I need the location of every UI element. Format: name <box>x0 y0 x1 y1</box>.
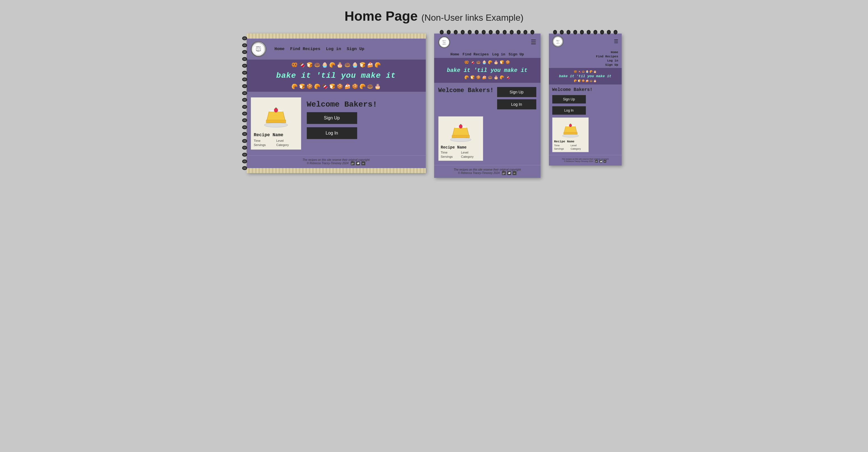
mobile-linkedin-icon: in <box>603 160 606 163</box>
tablet-hero: 🥨🍫🍩🧁🥐🎂🍞🍪 bake it 'til you make it 🥐🍞🍪🍰🍩🎂… <box>434 58 540 83</box>
nav-link-find[interactable]: Find Recipes <box>290 47 320 52</box>
mobile-chat-icon: 💬 <box>599 160 602 163</box>
mobile-footer-line1: The recipes on this site reserve their o… <box>553 158 618 160</box>
svg-text:bake it: bake it <box>556 40 560 41</box>
tablet-footer-icons: gh 💬 in <box>502 171 517 175</box>
svg-point-25 <box>569 124 572 127</box>
mobile-signup-button[interactable]: Sign Up <box>552 95 586 103</box>
tablet-signup-button[interactable]: Sign Up <box>497 87 536 97</box>
mobile-login-button[interactable]: Log In <box>552 106 586 115</box>
meta-level: Level <box>276 139 298 142</box>
desktop-site: bake it 'til you make it Home Find Recip… <box>247 39 426 168</box>
tablet-hero-goods-top: 🥨🍫🍩🧁🥐🎂🍞🍪 <box>434 60 540 64</box>
hamburger-icon[interactable]: ☰ <box>531 39 536 46</box>
tablet-hero-title: bake it 'til you make it <box>434 65 540 75</box>
mobile-hero-goods-bottom: 🥐🍞🍪🍰🍩🎂 <box>549 79 622 82</box>
tablet-device: bake it 'til you make it ☰ Home Find Rec… <box>434 34 540 178</box>
mobile-meta-time: Time <box>554 144 570 147</box>
tablet-card-meta: Time Level Servings Category <box>441 151 480 158</box>
mobile-device: bake it 'til you make it ☰ Home Find Rec… <box>549 34 622 166</box>
tablet-nav-home[interactable]: Home <box>451 52 459 57</box>
hero-goods-top: 🥨🍫🍞🍩🧁🥐🎂🍩🧁🍞🍰🥐 <box>247 62 426 68</box>
tablet-meta-servings: Servings <box>441 155 461 158</box>
mobile-footer-icons: gh 💬 in <box>595 160 606 163</box>
meta-servings: Servings <box>254 143 276 147</box>
svg-point-22 <box>562 134 579 137</box>
mobile-link-find[interactable]: Find Recipes <box>596 55 618 58</box>
mobile-nav: bake it 'til you make it ☰ <box>549 34 622 49</box>
tablet-nav-login[interactable]: Log in <box>492 52 505 57</box>
mobile-hero-title: bake it 'til you make it <box>549 73 622 79</box>
tablet-recipe-card: Recipe Name Time Level Servings Category <box>438 116 483 161</box>
svg-text:make it: make it <box>556 43 559 44</box>
tablet-content: bake it 'til you make it ☰ Home Find Rec… <box>434 34 540 178</box>
desktop-main: Recipe Name Time Level Servings Category… <box>247 92 426 155</box>
mobile-main: Welcome Bakers! Sign Up Log In <box>549 85 622 155</box>
svg-text:make it: make it <box>442 44 446 45</box>
nav-link-home[interactable]: Home <box>275 47 285 52</box>
signup-button[interactable]: Sign Up <box>307 112 357 124</box>
desktop-footer: The recipes on this site reserve their o… <box>247 155 426 168</box>
tablet-footer-line1: The recipes on this site reserve their o… <box>438 168 536 171</box>
tablet-main: Welcome Bakers! Sign Up Log In <box>434 83 540 165</box>
footer-copyright-line1: The recipes on this site reserve their o… <box>251 158 422 161</box>
mobile-welcome-text: Welcome Bakers! <box>552 87 618 92</box>
tablet-meta-level: Level <box>461 151 480 154</box>
svg-text:'til you: 'til you <box>257 48 260 50</box>
svg-text:'til you: 'til you <box>443 42 445 43</box>
footer-icons: gh 💬 in <box>351 161 365 165</box>
tablet-nav: bake it 'til you make it ☰ <box>434 34 540 51</box>
svg-point-6 <box>264 123 288 127</box>
login-button[interactable]: Log In <box>307 127 357 139</box>
tablet-chat-icon: 💬 <box>507 171 511 175</box>
tablet-linkedin-icon: in <box>513 171 517 175</box>
page-title: Home Page (Non-User links Example) <box>345 8 523 24</box>
meta-time: Time <box>254 139 276 142</box>
mobile-meta-level: Level <box>571 144 587 147</box>
mobile-link-home[interactable]: Home <box>611 51 618 54</box>
tablet-login-button[interactable]: Log In <box>497 99 536 109</box>
tablet-nav-find[interactable]: Find Recipes <box>463 52 489 57</box>
nav-link-login[interactable]: Log in <box>326 47 341 52</box>
svg-marker-8 <box>266 120 286 123</box>
tablet-nav-links: Home Find Recipes Log in Sign Up <box>434 51 540 58</box>
mobile-card-meta: Time Level Servings Category <box>554 144 587 150</box>
tablet-logo: bake it 'til you make it <box>438 36 450 48</box>
mobile-link-signup[interactable]: Sign Up <box>605 63 618 67</box>
desktop-welcome: Welcome Bakers! Sign Up Log In <box>307 97 422 139</box>
svg-point-18 <box>553 37 562 46</box>
mobile-link-login[interactable]: Log in <box>607 59 618 62</box>
tablet-footer: The recipes on this site reserve their o… <box>434 165 540 178</box>
desktop-content: bake it 'til you make it Home Find Recip… <box>247 34 426 173</box>
mobile-spiral-top <box>550 30 620 35</box>
desktop-logo: bake it 'til you make it <box>251 41 266 57</box>
svg-point-9 <box>274 108 278 112</box>
svg-point-14 <box>450 138 471 141</box>
mobile-footer-line2: © Rebecca Tracey-Timoney 2024 gh 💬 in <box>553 160 618 163</box>
nav-link-signup[interactable]: Sign Up <box>347 47 365 52</box>
welcome-text: Welcome Bakers! <box>307 100 377 109</box>
devices-row: bake it 'til you make it Home Find Recip… <box>231 34 637 178</box>
tablet-meta-category: Category <box>461 155 480 158</box>
tablet-github-icon: gh <box>502 171 506 175</box>
linkedin-icon: in <box>361 161 365 165</box>
tablet-buttons: Sign Up Log In <box>497 87 536 109</box>
mobile-github-icon: gh <box>595 160 598 163</box>
mobile-hamburger[interactable]: ☰ <box>614 38 618 44</box>
hero-goods-bottom: 🥐🍞🍪🥐🍫🍞🍪🍰🍪🥐🍩🎂 <box>247 83 426 90</box>
mobile-hero: 🥨🍫🍩🧁🥐🎂 bake it 'til you make it 🥐🍞🍪🍰🍩🎂 <box>549 68 622 85</box>
chat-icon: 💬 <box>356 161 360 165</box>
recipe-card-meta: Time Level Servings Category <box>254 139 298 147</box>
recipe-card-title: Recipe Name <box>254 133 298 138</box>
tablet-nav-signup[interactable]: Sign Up <box>508 52 524 57</box>
desktop-device: bake it 'til you make it Home Find Recip… <box>247 34 426 173</box>
svg-text:bake it: bake it <box>442 40 446 41</box>
mobile-card-title: Recipe Name <box>554 140 587 143</box>
wood-border-top <box>247 34 426 39</box>
mobile-recipe-card: Recipe Name Time Level Servings Category <box>552 118 589 152</box>
mobile-site: bake it 'til you make it ☰ Home Find Rec… <box>549 34 622 166</box>
hero-title: bake it 'til you make it <box>247 69 426 82</box>
mobile-content: bake it 'til you make it ☰ Home Find Rec… <box>549 34 622 166</box>
mobile-hero-goods-top: 🥨🍫🍩🧁🥐🎂 <box>549 70 622 73</box>
svg-marker-24 <box>563 132 577 134</box>
